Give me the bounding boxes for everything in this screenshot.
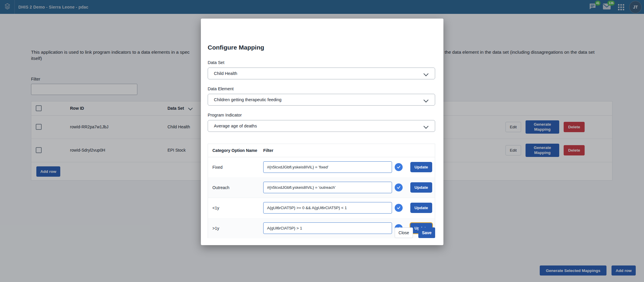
filter-expression-input[interactable] (263, 182, 392, 193)
update-button[interactable]: Update (410, 162, 432, 172)
column-header-category-option: Category Option Name (212, 148, 257, 153)
application-window: DHIS 2 Demo - Sierra Leone - pdac 41 136 (0, 0, 644, 282)
configure-mapping-dialog: Configure Mapping Data Set Child Health … (201, 19, 443, 245)
data-set-selected-value: Child Health (214, 71, 237, 76)
chevron-down-icon (424, 71, 429, 76)
data-element-label: Data Element (208, 86, 234, 91)
category-option-name: Outreach (212, 177, 230, 198)
valid-check-icon (395, 183, 403, 191)
category-option-name: Fixed (212, 157, 222, 177)
close-button[interactable]: Close (395, 227, 413, 238)
save-button[interactable]: Save (418, 227, 435, 238)
filter-expression-input[interactable] (263, 161, 392, 173)
program-indicator-select[interactable]: Average age of deaths (208, 120, 435, 132)
data-set-label: Data Set (208, 60, 224, 65)
update-button[interactable]: Update (410, 182, 432, 193)
program-indicator-label: Program Indicator (208, 113, 242, 117)
update-button[interactable]: Update (410, 203, 432, 213)
chevron-down-icon (424, 124, 429, 129)
category-mapping-table: Category Option Name Filter Fixed Update… (208, 144, 435, 238)
data-element-select[interactable]: Children getting therapeutic feeding (208, 94, 435, 106)
valid-check-icon (395, 163, 403, 171)
dialog-title: Configure Mapping (208, 44, 264, 51)
mapping-row: Outreach Update (208, 177, 435, 198)
valid-check-icon (395, 204, 403, 212)
category-option-name: <1y (212, 198, 219, 218)
program-indicator-selected-value: Average age of deaths (214, 124, 257, 128)
mapping-row: <1y Update (208, 198, 435, 218)
data-set-select[interactable]: Child Health (208, 68, 435, 79)
chevron-down-icon (424, 98, 429, 103)
column-header-filter: Filter (263, 148, 273, 153)
category-option-name: >1y (212, 218, 219, 238)
mapping-row: Fixed Update (208, 157, 435, 178)
data-element-selected-value: Children getting therapeutic feeding (214, 97, 282, 102)
filter-expression-input[interactable] (263, 222, 392, 234)
filter-expression-input[interactable] (263, 202, 392, 214)
mapping-table-header: Category Option Name Filter (208, 144, 435, 157)
